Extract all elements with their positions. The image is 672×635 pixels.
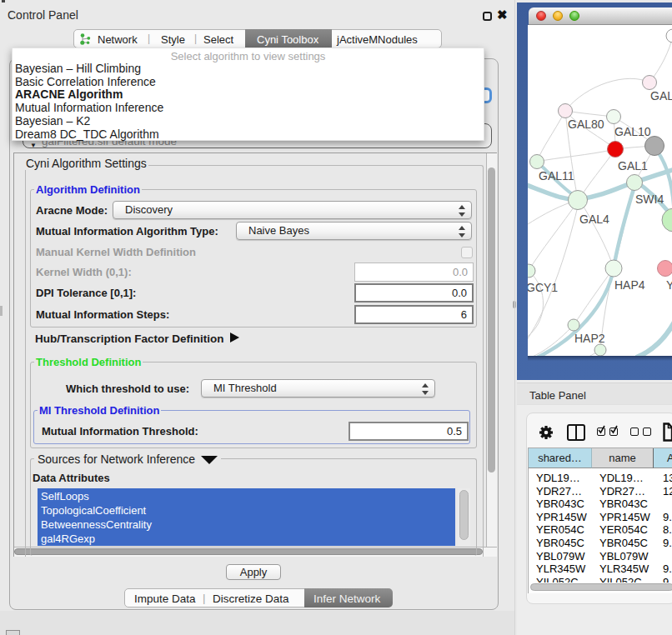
svg-text:GAL11: GAL11 <box>539 169 574 182</box>
svg-text:GAL80: GAL80 <box>568 118 604 131</box>
svg-text:GAL: GAL <box>650 89 672 102</box>
svg-text:HAP4: HAP4 <box>614 278 645 292</box>
svg-text:GAL4: GAL4 <box>579 212 609 226</box>
svg-text:GAL10: GAL10 <box>614 125 651 138</box>
svg-text:GCY1: GCY1 <box>528 281 558 294</box>
svg-text:SWI4: SWI4 <box>635 192 664 206</box>
svg-text:GAL1: GAL1 <box>618 159 648 172</box>
svg-text:Y: Y <box>666 278 672 292</box>
svg-text:HAP2: HAP2 <box>574 332 605 345</box>
